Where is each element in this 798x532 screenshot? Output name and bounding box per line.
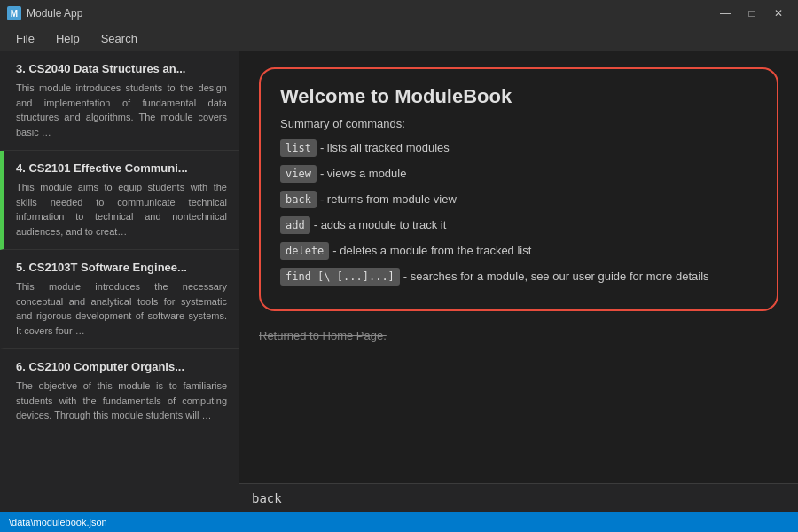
- welcome-box: Welcome to ModuleBook Summary of command…: [259, 67, 778, 311]
- minimize-button[interactable]: —: [713, 4, 738, 23]
- cmd-desc-1: - views a module: [320, 165, 407, 183]
- status-path: \data\modulebook.json: [9, 517, 107, 528]
- sidebar-item-desc-2: This module introduces the necessary con…: [16, 279, 227, 338]
- command-line-5: find [\ [...]...] - searches for a modul…: [280, 268, 757, 286]
- cmd-desc-3: - adds a module to track it: [314, 216, 447, 234]
- title-bar: M Module App — □ ✕: [0, 0, 798, 27]
- cmd-desc-0: - lists all tracked modules: [320, 139, 450, 157]
- sidebar-item-title-3: 6. CS2100 Computer Organis...: [16, 360, 227, 373]
- returned-text: Returned to Home Page.: [259, 324, 778, 342]
- cmd-tag-5: find [\ [...]...]: [280, 268, 400, 286]
- app-title: Module App: [27, 7, 82, 20]
- command-line-0: list - lists all tracked modules: [280, 139, 757, 157]
- welcome-title: Welcome to ModuleBook: [280, 85, 757, 108]
- sidebar-item-title-0: 3. CS2040 Data Structures an...: [16, 62, 227, 75]
- cmd-tag-1: view: [280, 165, 317, 183]
- app-icon: M: [7, 6, 21, 20]
- maximize-button[interactable]: □: [739, 4, 764, 23]
- sidebar-item-desc-3: The objective of this module is to famil…: [16, 379, 227, 423]
- title-bar-left: M Module App: [7, 6, 82, 20]
- command-line-2: back - returns from module view: [280, 191, 757, 208]
- cmd-tag-4: delete: [280, 242, 329, 260]
- main-content: 3. CS2040 Data Structures an... This mod…: [0, 51, 798, 512]
- summary-label: Summary of commands:: [280, 117, 757, 130]
- sidebar-item-title-1: 4. CS2101 Effective Communi...: [16, 161, 227, 175]
- sidebar: 3. CS2040 Data Structures an... This mod…: [0, 51, 239, 512]
- cmd-tag-2: back: [280, 191, 317, 208]
- input-area: [239, 483, 798, 512]
- right-panel: Welcome to ModuleBook Summary of command…: [239, 51, 798, 512]
- cmd-tag-0: list: [280, 139, 317, 157]
- sidebar-item-desc-0: This module introduces students to the d…: [16, 81, 227, 139]
- menu-search[interactable]: Search: [92, 28, 146, 49]
- menu-file[interactable]: File: [7, 28, 43, 49]
- cmd-desc-5: - searches for a module, see our user gu…: [403, 268, 709, 286]
- welcome-area: Welcome to ModuleBook Summary of command…: [239, 51, 798, 483]
- command-input[interactable]: [252, 491, 786, 505]
- sidebar-item-0[interactable]: 3. CS2040 Data Structures an... This mod…: [0, 51, 239, 151]
- command-line-3: add - adds a module to track it: [280, 216, 757, 234]
- cmd-tag-3: add: [280, 216, 310, 234]
- window-controls: — □ ✕: [713, 4, 791, 23]
- command-line-1: view - views a module: [280, 165, 757, 183]
- sidebar-item-title-2: 5. CS2103T Software Enginee...: [16, 261, 227, 274]
- sidebar-item-desc-1: This module aims to equip students with …: [16, 180, 227, 239]
- close-button[interactable]: ✕: [766, 4, 791, 23]
- command-line-4: delete - deletes a module from the track…: [280, 242, 757, 260]
- menu-bar: File Help Search: [0, 27, 798, 51]
- cmd-desc-4: - deletes a module from the tracked list: [332, 242, 531, 260]
- sidebar-item-3[interactable]: 6. CS2100 Computer Organis... The object…: [0, 349, 239, 434]
- sidebar-item-2[interactable]: 5. CS2103T Software Enginee... This modu…: [0, 250, 239, 349]
- status-bar: \data\modulebook.json: [0, 512, 798, 532]
- cmd-desc-2: - returns from module view: [320, 191, 457, 208]
- sidebar-item-1[interactable]: 4. CS2101 Effective Communi... This modu…: [0, 151, 239, 250]
- commands-list: list - lists all tracked modulesview - v…: [280, 139, 757, 286]
- menu-help[interactable]: Help: [47, 28, 89, 49]
